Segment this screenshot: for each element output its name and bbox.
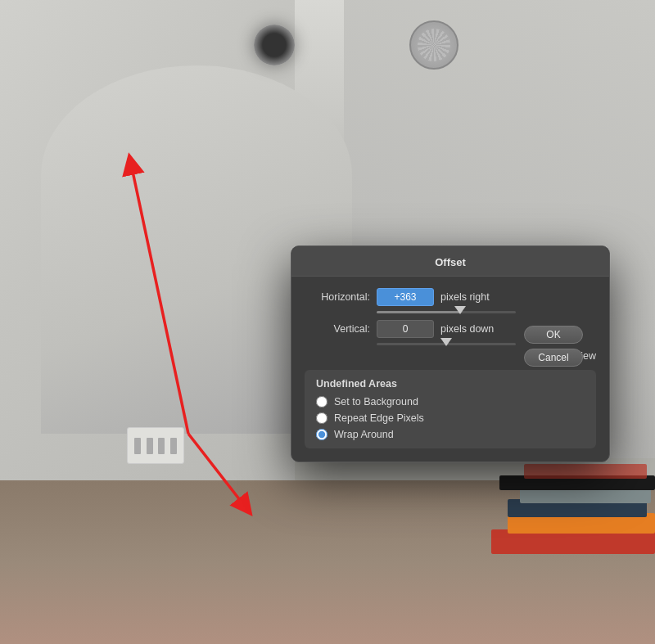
- radio-row-wrap: Wrap Around: [316, 429, 585, 440]
- dialog-main-content: Horizontal: pixels right Vertical: pixel…: [305, 288, 596, 448]
- vertical-label: Vertical:: [305, 323, 370, 335]
- radio-row-background: Set to Background: [316, 396, 585, 408]
- radio-background[interactable]: [316, 396, 328, 408]
- ok-button[interactable]: OK: [524, 326, 583, 344]
- ceiling-vent: [409, 20, 458, 70]
- radio-wrap-label: Wrap Around: [334, 429, 394, 440]
- dialog-title-bar: Offset: [291, 246, 609, 277]
- horizontal-unit: pixels right: [440, 291, 490, 303]
- ceiling-light: [254, 25, 295, 65]
- horizontal-row: Horizontal: pixels right: [305, 288, 596, 306]
- vertical-input[interactable]: [377, 320, 434, 338]
- radio-repeat[interactable]: [316, 412, 328, 424]
- radio-wrap[interactable]: [316, 429, 328, 440]
- offset-dialog: Offset Horizontal: pixels right Vertical…: [291, 245, 610, 462]
- horizontal-slider-row: [305, 311, 596, 313]
- vertical-slider[interactable]: [377, 343, 516, 345]
- dialog-buttons: OK Cancel: [524, 326, 583, 367]
- undefined-areas-title: Undefined Areas: [316, 378, 585, 390]
- horizontal-input[interactable]: [377, 288, 434, 306]
- cancel-button[interactable]: Cancel: [524, 349, 583, 367]
- radio-row-repeat: Repeat Edge Pixels: [316, 412, 585, 424]
- wall-outlet: [127, 427, 184, 464]
- books-stack: [491, 448, 655, 579]
- radio-repeat-label: Repeat Edge Pixels: [334, 412, 424, 424]
- horizontal-slider[interactable]: [377, 311, 516, 313]
- horizontal-label: Horizontal:: [305, 291, 370, 303]
- undefined-areas-section: Undefined Areas Set to Background Repeat…: [305, 370, 596, 448]
- vertical-unit: pixels down: [440, 323, 494, 335]
- dialog-title: Offset: [435, 256, 466, 268]
- radio-background-label: Set to Background: [334, 396, 418, 408]
